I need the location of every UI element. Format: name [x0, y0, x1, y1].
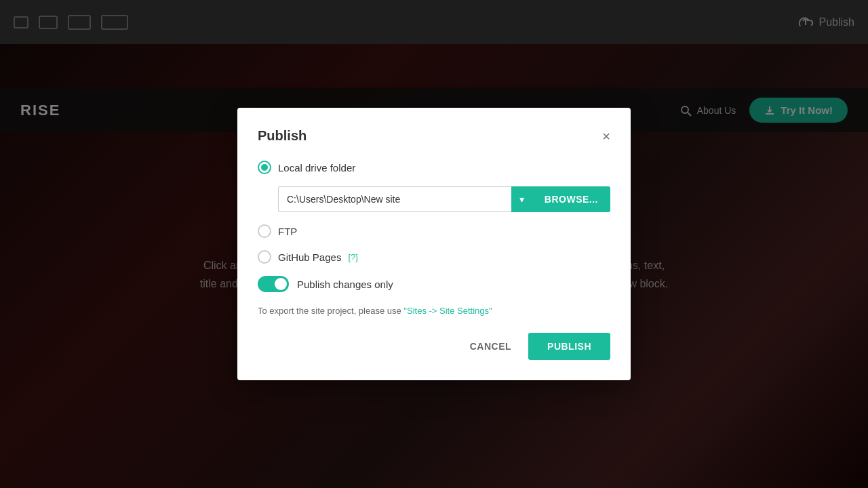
path-input-area: ▾ BROWSE... — [278, 186, 610, 212]
publish-button[interactable]: PUBLISH — [528, 333, 610, 360]
toggle-label: Publish changes only — [297, 279, 393, 290]
toggle-row: Publish changes only — [258, 276, 610, 292]
browse-button[interactable]: BROWSE... — [532, 186, 610, 212]
cancel-button[interactable]: CANCEL — [463, 334, 518, 359]
github-label: GitHub Pages — [278, 251, 341, 263]
local-drive-option[interactable]: Local drive folder — [258, 161, 610, 174]
ftp-radio[interactable] — [258, 224, 271, 238]
path-dropdown-button[interactable]: ▾ — [511, 186, 532, 212]
export-text: To export the site project, please use "… — [258, 306, 610, 316]
modal-title: Publish — [258, 128, 307, 144]
publish-modal: Publish × Local drive folder ▾ BROWSE...… — [237, 108, 631, 380]
local-drive-radio[interactable] — [258, 161, 271, 174]
publish-changes-toggle[interactable] — [258, 276, 289, 292]
export-settings-link[interactable]: "Sites -> Site Settings" — [403, 306, 492, 316]
github-pages-option[interactable]: GitHub Pages [?] — [258, 250, 610, 264]
modal-header: Publish × — [258, 128, 610, 144]
export-text-prefix: To export the site project, please use — [258, 306, 403, 316]
path-input-field[interactable] — [278, 186, 511, 212]
github-radio[interactable] — [258, 250, 271, 264]
ftp-label: FTP — [278, 226, 297, 237]
modal-close-button[interactable]: × — [602, 129, 610, 143]
modal-footer: CANCEL PUBLISH — [258, 333, 610, 360]
local-drive-label: Local drive folder — [278, 162, 355, 174]
ftp-option[interactable]: FTP — [258, 224, 610, 238]
github-help-link[interactable]: [?] — [348, 252, 357, 262]
